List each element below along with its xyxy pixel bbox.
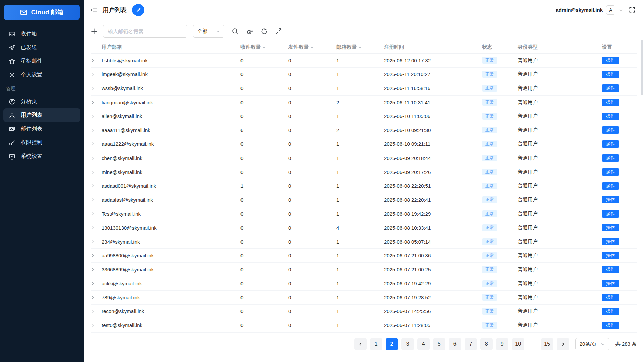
sort-caret-icon[interactable]	[358, 45, 362, 49]
sidebar-item-权限控制[interactable]: 权限控制	[3, 136, 80, 149]
action-button[interactable]: 操作	[602, 238, 619, 245]
action-button[interactable]: 操作	[602, 252, 619, 259]
action-button[interactable]: 操作	[602, 224, 619, 231]
status-badge: 正常	[482, 238, 497, 245]
action-button[interactable]: 操作	[602, 71, 619, 78]
column-header-邮箱数量[interactable]: 邮箱数量	[336, 44, 384, 50]
page-size-select[interactable]: 20条/页	[575, 338, 609, 350]
sidebar-item-用户列表[interactable]: 用户列表	[3, 108, 80, 122]
cell-status: 正常	[482, 141, 518, 147]
sort-caret-icon[interactable]	[310, 45, 314, 49]
fullscreen-icon[interactable]	[629, 7, 635, 13]
action-button[interactable]: 操作	[602, 322, 619, 329]
row-expand-chevron-icon[interactable]	[91, 58, 102, 63]
cell-mailbox-count: 1	[336, 308, 384, 314]
row-expand-chevron-icon[interactable]	[91, 295, 102, 300]
column-header-身份类型: 身份类型	[518, 44, 602, 50]
sidebar-item-邮件列表[interactable]: 邮件列表	[3, 122, 80, 136]
action-button[interactable]: 操作	[602, 308, 619, 315]
filter-select[interactable]: 全部	[193, 25, 224, 38]
action-button[interactable]: 操作	[602, 99, 619, 106]
row-expand-chevron-icon[interactable]	[91, 156, 102, 160]
chevron-down-icon[interactable]	[619, 8, 623, 12]
row-expand-chevron-icon[interactable]	[91, 86, 102, 90]
sidebar-item-个人设置[interactable]: 个人设置	[3, 68, 80, 82]
page-button-1[interactable]: 1	[370, 338, 382, 350]
row-expand-chevron-icon[interactable]	[91, 114, 102, 118]
page-button-5[interactable]: 5	[433, 338, 445, 350]
sidebar-item-label: 个人设置	[21, 71, 42, 78]
action-button[interactable]: 操作	[602, 57, 619, 64]
row-expand-chevron-icon[interactable]	[91, 226, 102, 230]
sidebar-item-分析页[interactable]: 分析页	[3, 95, 80, 108]
page-button-8[interactable]: 8	[480, 338, 493, 350]
action-button[interactable]: 操作	[602, 182, 619, 190]
row-expand-chevron-icon[interactable]	[91, 142, 102, 146]
page-button-6[interactable]: 6	[449, 338, 461, 350]
page-button-3[interactable]: 3	[401, 338, 414, 350]
row-expand-chevron-icon[interactable]	[91, 100, 102, 105]
table-body: Lshblrs@skymail.ink0012025-06-12 00:17:3…	[91, 54, 637, 333]
sidebar-item-系统设置[interactable]: 系统设置	[3, 149, 80, 163]
action-button[interactable]: 操作	[602, 154, 619, 162]
action-button[interactable]: 操作	[602, 126, 619, 134]
cell-status: 正常	[482, 127, 518, 133]
expand-icon[interactable]	[275, 28, 282, 35]
cell-sent-count: 0	[288, 253, 336, 258]
page-ellipsis[interactable]: ···	[528, 341, 538, 347]
page-button-2[interactable]: 2	[386, 338, 398, 350]
sidebar-item-已发送[interactable]: 已发送	[3, 41, 80, 54]
row-expand-chevron-icon[interactable]	[91, 253, 102, 258]
scrollbar-thumb[interactable]	[641, 40, 643, 95]
row-expand-chevron-icon[interactable]	[91, 212, 102, 216]
sidebar-item-收件箱[interactable]: 收件箱	[3, 27, 80, 41]
app-logo-button[interactable]: Cloud 邮箱	[4, 5, 80, 20]
action-button[interactable]: 操作	[602, 280, 619, 287]
table-row: Lshblrs@skymail.ink0012025-06-12 00:17:3…	[91, 54, 637, 68]
row-expand-chevron-icon[interactable]	[91, 184, 102, 188]
avatar[interactable]: A	[606, 5, 615, 15]
prev-page-button[interactable]	[354, 338, 367, 350]
next-page-button[interactable]	[557, 338, 569, 350]
row-expand-chevron-icon[interactable]	[91, 323, 102, 327]
page-button-7[interactable]: 7	[465, 338, 477, 350]
cell-identity-type: 普通用户	[518, 308, 602, 314]
page-button-10[interactable]: 10	[512, 338, 524, 350]
action-button[interactable]: 操作	[602, 210, 619, 218]
row-expand-chevron-icon[interactable]	[91, 72, 102, 76]
row-expand-chevron-icon[interactable]	[91, 281, 102, 286]
action-button[interactable]: 操作	[602, 196, 619, 203]
sort-caret-icon[interactable]	[262, 45, 266, 49]
refresh-icon[interactable]	[261, 28, 268, 35]
action-button[interactable]: 操作	[602, 84, 619, 92]
page-button-15[interactable]: 15	[541, 338, 553, 350]
edit-button[interactable]	[132, 4, 144, 16]
column-header-发件数量[interactable]: 发件数量	[288, 44, 336, 50]
sidebar-item-星标邮件[interactable]: 星标邮件	[3, 54, 80, 68]
add-user-button[interactable]	[91, 28, 98, 35]
row-expand-chevron-icon[interactable]	[91, 240, 102, 244]
row-expand-chevron-icon[interactable]	[91, 170, 102, 174]
column-header-收件数量[interactable]: 收件数量	[240, 44, 288, 50]
action-button[interactable]: 操作	[602, 294, 619, 301]
row-expand-chevron-icon[interactable]	[91, 128, 102, 132]
menu-fold-icon[interactable]	[91, 7, 97, 13]
page-button-4[interactable]: 4	[417, 338, 430, 350]
row-expand-chevron-icon[interactable]	[91, 267, 102, 272]
time-sort-icon[interactable]	[246, 28, 253, 35]
cell-identity-type: 普通用户	[518, 155, 602, 161]
action-button[interactable]: 操作	[602, 266, 619, 273]
search-icon[interactable]	[232, 28, 239, 35]
column-header-label: 发件数量	[288, 44, 309, 50]
page-button-9[interactable]: 9	[496, 338, 508, 350]
action-button[interactable]: 操作	[602, 113, 619, 120]
search-input[interactable]	[103, 25, 187, 38]
cell-registered-at: 2025-06-07 21:00:36	[384, 253, 482, 258]
table-row: test0@skymail.ink0012025-06-07 11:28:05正…	[91, 318, 637, 333]
action-button[interactable]: 操作	[602, 140, 619, 148]
cell-status: 正常	[482, 113, 518, 120]
action-button[interactable]: 操作	[602, 168, 619, 176]
row-expand-chevron-icon[interactable]	[91, 198, 102, 202]
row-expand-chevron-icon[interactable]	[91, 309, 102, 313]
envelope-icon	[20, 9, 28, 16]
